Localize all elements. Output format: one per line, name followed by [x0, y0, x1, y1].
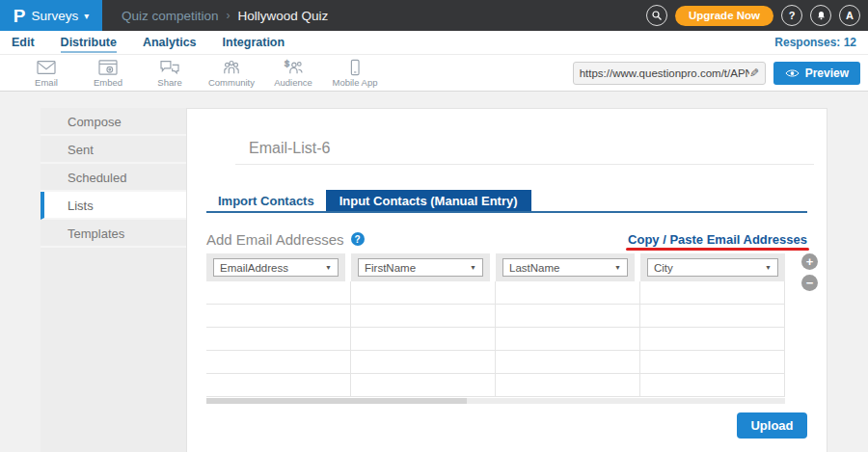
- page: P Surveys ▾ Quiz competition › Hollywood…: [0, 0, 868, 452]
- contact-cell[interactable]: [496, 328, 640, 350]
- channel-share[interactable]: Share: [139, 59, 201, 88]
- sidebar-item-templates[interactable]: Templates: [41, 220, 186, 248]
- channel-email[interactable]: Email: [15, 59, 77, 88]
- edit-url-icon[interactable]: ✎: [749, 66, 759, 80]
- sidebar-item-sent[interactable]: Sent: [41, 136, 186, 164]
- contacts-tabs: Import Contacts Input Contacts (Manual E…: [206, 190, 807, 213]
- dropdown-arrow-icon: ▼: [614, 264, 621, 271]
- survey-link-area: ✎ Preview: [573, 62, 868, 85]
- channel-community[interactable]: Community: [201, 59, 262, 88]
- help-button[interactable]: ?: [781, 5, 802, 26]
- help-icon[interactable]: ?: [351, 232, 365, 246]
- channel-audience[interactable]: $ Audience: [262, 59, 324, 88]
- remove-row-button[interactable]: −: [801, 275, 818, 291]
- upgrade-now-button[interactable]: Upgrade Now: [675, 6, 773, 26]
- surveys-menu[interactable]: P Surveys ▾: [0, 0, 102, 31]
- sidebar-item-compose[interactable]: Compose: [41, 108, 186, 136]
- survey-nav: Edit Distribute Analytics Integration Re…: [0, 31, 868, 55]
- responses-count[interactable]: Responses: 12: [774, 36, 856, 49]
- bell-icon: [816, 10, 827, 21]
- grid-header: EmailAddress ▼ FirstName ▼ LastName: [206, 253, 785, 281]
- audience-icon: $: [283, 59, 304, 76]
- column-select-emailaddress[interactable]: EmailAddress ▼: [213, 258, 339, 277]
- survey-url-input[interactable]: [580, 67, 749, 79]
- sidebar-item-scheduled[interactable]: Scheduled: [41, 164, 186, 192]
- tab-distribute[interactable]: Distribute: [61, 36, 117, 49]
- copy-paste-link[interactable]: Copy / Paste Email Addresses: [628, 232, 807, 247]
- channel-buttons: Email Embed Share Community $ Audience M…: [0, 59, 386, 88]
- contact-cell[interactable]: [496, 305, 640, 327]
- contact-row: [206, 328, 785, 351]
- tab-analytics[interactable]: Analytics: [143, 36, 197, 49]
- contact-cell[interactable]: [351, 281, 496, 304]
- sidebar-item-lists[interactable]: Lists: [41, 192, 186, 220]
- list-panel: Email-List-6 Import Contacts Input Conta…: [186, 108, 827, 452]
- questionpro-logo-icon: P: [14, 7, 26, 25]
- contact-row: [206, 305, 785, 328]
- header-cell: EmailAddress ▼: [206, 253, 351, 281]
- add-emails-header: Add Email Addresses ? Copy / Paste Email…: [206, 228, 807, 250]
- contact-cell[interactable]: [496, 281, 640, 304]
- distribute-toolbar: Email Embed Share Community $ Audience M…: [0, 55, 868, 92]
- add-row-button[interactable]: +: [801, 253, 818, 270]
- contact-cell[interactable]: [206, 305, 351, 327]
- red-underline-annotation: [626, 248, 809, 251]
- contact-cell[interactable]: [640, 351, 785, 373]
- contact-cell[interactable]: [640, 374, 785, 396]
- dropdown-arrow-icon: ▼: [325, 264, 332, 271]
- column-select-lastname[interactable]: LastName ▼: [502, 258, 628, 277]
- minus-icon: −: [806, 276, 814, 290]
- contact-cell[interactable]: [206, 328, 351, 350]
- dropdown-arrow-icon: ▼: [765, 264, 772, 271]
- title-divider: [235, 164, 814, 165]
- tab-integration[interactable]: Integration: [223, 36, 285, 49]
- contact-cell[interactable]: [640, 328, 785, 350]
- contact-row: [206, 281, 785, 305]
- column-select-firstname[interactable]: FirstName ▼: [358, 258, 483, 277]
- tab-input-contacts-manual[interactable]: Input Contacts (Manual Entry): [326, 190, 531, 211]
- contact-cell[interactable]: [351, 351, 496, 373]
- account-avatar[interactable]: A: [839, 5, 860, 26]
- contact-cell[interactable]: [496, 351, 640, 373]
- channel-embed[interactable]: Embed: [77, 59, 139, 88]
- contact-cell[interactable]: [351, 305, 496, 327]
- community-icon: [221, 59, 242, 76]
- contact-cell[interactable]: [351, 374, 496, 396]
- contact-cell[interactable]: [206, 351, 351, 373]
- contact-cell[interactable]: [496, 374, 640, 396]
- contact-cell[interactable]: [206, 374, 351, 396]
- topbar-actions: Upgrade Now ? A: [646, 5, 868, 26]
- surveys-menu-label: Surveys: [31, 9, 78, 23]
- copy-paste-link-wrap: Copy / Paste Email Addresses: [628, 230, 807, 248]
- channel-mobile-app[interactable]: Mobile App: [324, 59, 386, 88]
- contact-cell[interactable]: [206, 281, 351, 304]
- header-cell: FirstName ▼: [351, 253, 496, 281]
- page-body: Compose Sent Scheduled Lists Templates E…: [0, 92, 868, 452]
- breadcrumb-parent[interactable]: Quiz competition: [122, 9, 219, 23]
- search-button[interactable]: [646, 5, 667, 26]
- contacts-grid: EmailAddress ▼ FirstName ▼ LastName: [206, 253, 785, 404]
- preview-button[interactable]: Preview: [773, 62, 860, 85]
- avatar-letter: A: [846, 10, 854, 21]
- contact-cell[interactable]: [351, 328, 496, 350]
- column-select-city[interactable]: City ▼: [647, 258, 778, 277]
- question-mark-icon: ?: [789, 10, 796, 21]
- chevron-down-icon: ▾: [84, 11, 89, 21]
- mobile-app-icon: [344, 59, 366, 76]
- tab-edit[interactable]: Edit: [12, 36, 35, 49]
- share-icon: [159, 59, 180, 76]
- search-icon: [651, 10, 663, 21]
- upload-button[interactable]: Upload: [737, 412, 807, 439]
- dropdown-arrow-icon: ▼: [470, 264, 476, 271]
- plus-icon: +: [806, 254, 814, 269]
- section-title: Add Email Addresses: [206, 231, 344, 248]
- scrollbar-thumb[interactable]: [206, 398, 467, 404]
- embed-icon: [97, 59, 119, 76]
- page-title: Email-List-6: [249, 140, 330, 157]
- contact-cell[interactable]: [640, 281, 785, 304]
- notifications-button[interactable]: [810, 5, 831, 26]
- horizontal-scrollbar[interactable]: [206, 398, 785, 404]
- contact-row: [206, 374, 785, 397]
- contact-cell[interactable]: [640, 305, 785, 327]
- tab-import-contacts[interactable]: Import Contacts: [206, 190, 326, 211]
